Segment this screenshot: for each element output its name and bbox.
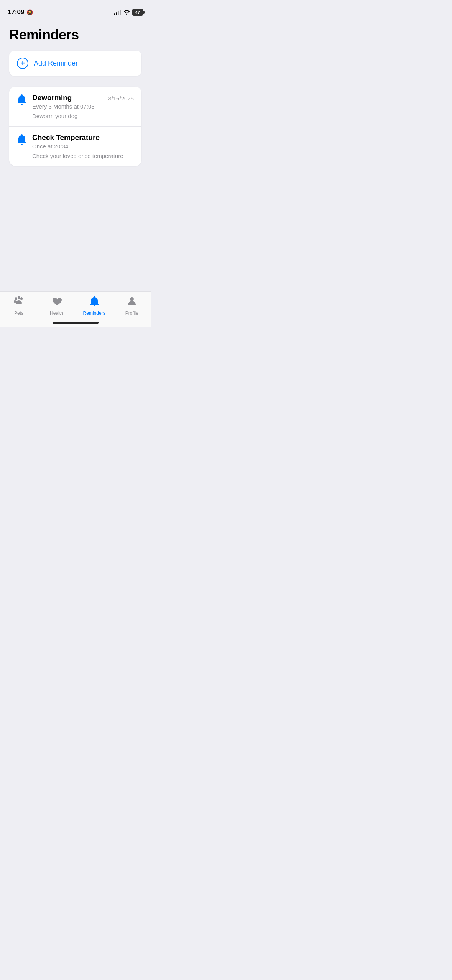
reminder-title-1: Deworming	[32, 94, 95, 102]
battery-indicator: 47	[132, 9, 143, 16]
tab-profile-label: Profile	[125, 311, 138, 316]
status-right: 47	[114, 9, 143, 16]
tab-reminders[interactable]: Reminders	[76, 296, 113, 316]
reminder-info-2: Check Temperature Once at 20:34	[32, 133, 100, 150]
main-content: Reminders + Add Reminder Deworming Every…	[0, 19, 151, 166]
page-title: Reminders	[9, 27, 141, 43]
status-time: 17:09 🔕	[8, 8, 33, 16]
bell-icon-2	[17, 134, 27, 148]
reminder-description-2: Check your loved once temperature	[17, 153, 134, 159]
reminder-item-2[interactable]: Check Temperature Once at 20:34 Check yo…	[9, 127, 141, 166]
reminder-item-1[interactable]: Deworming Every 3 Months at 07:03 3/16/2…	[9, 87, 141, 127]
reminder-left-2: Check Temperature Once at 20:34	[17, 133, 100, 150]
reminder-header-2: Check Temperature Once at 20:34	[17, 133, 134, 150]
wifi-icon	[123, 9, 130, 16]
tab-profile[interactable]: Profile	[113, 296, 151, 316]
reminder-header-1: Deworming Every 3 Months at 07:03 3/16/2…	[17, 94, 134, 110]
person-icon	[127, 296, 137, 309]
reminders-card: Deworming Every 3 Months at 07:03 3/16/2…	[9, 87, 141, 166]
signal-icon	[114, 10, 121, 15]
reminder-left-1: Deworming Every 3 Months at 07:03	[17, 94, 95, 110]
add-icon: +	[17, 58, 28, 69]
reminder-schedule-2: Once at 20:34	[32, 143, 100, 150]
home-indicator	[53, 322, 99, 324]
add-reminder-label: Add Reminder	[34, 59, 78, 67]
reminder-schedule-1: Every 3 Months at 07:03	[32, 103, 95, 110]
add-reminder-button[interactable]: + Add Reminder	[9, 51, 141, 76]
tab-health-label: Health	[50, 311, 63, 316]
tab-health[interactable]: Health	[38, 296, 75, 316]
bell-tab-icon	[89, 296, 100, 309]
battery-level: 47	[135, 10, 140, 15]
tab-pets-label: Pets	[14, 311, 23, 316]
svg-point-0	[15, 297, 17, 300]
tab-reminders-label: Reminders	[83, 311, 105, 316]
heart-icon	[51, 296, 62, 309]
tab-pets[interactable]: Pets	[0, 296, 38, 316]
reminder-info-1: Deworming Every 3 Months at 07:03	[32, 94, 95, 110]
bell-icon-1	[17, 94, 27, 108]
paw-icon	[13, 296, 24, 309]
svg-point-3	[14, 300, 16, 303]
reminder-description-1: Deworm your dog	[17, 113, 134, 119]
time-display: 17:09	[8, 8, 24, 16]
status-bar: 17:09 🔕 47	[0, 0, 151, 19]
svg-point-2	[20, 297, 23, 300]
mute-icon: 🔕	[26, 9, 33, 15]
reminder-date-1: 3/16/2025	[108, 95, 134, 102]
svg-point-1	[18, 296, 20, 299]
svg-point-4	[130, 297, 134, 301]
reminder-title-2: Check Temperature	[32, 133, 100, 142]
